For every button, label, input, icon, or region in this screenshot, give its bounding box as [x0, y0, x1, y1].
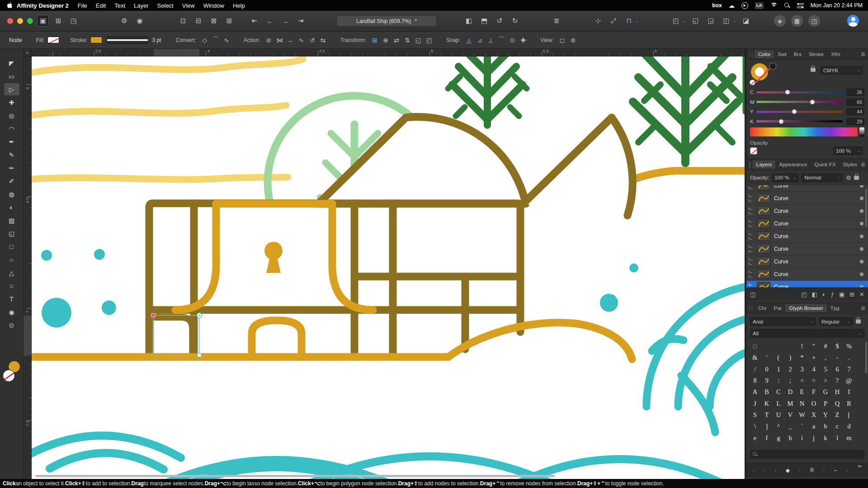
layer-thumbnail[interactable] — [757, 244, 770, 253]
menu-file[interactable]: File — [78, 2, 87, 9]
new-group[interactable]: ⊞ — [849, 291, 854, 298]
transform-icon-6[interactable]: ◰ — [424, 35, 434, 46]
glyph-cell[interactable]: # — [820, 341, 831, 352]
input-source-badge[interactable]: LA — [755, 2, 764, 9]
slider-value-y[interactable]: 44 — [846, 108, 864, 115]
glyph-cell[interactable]: 4 — [808, 364, 820, 375]
glyph-cell[interactable]: 0 — [761, 364, 773, 375]
tab-styles[interactable]: Styles — [840, 160, 861, 169]
recent-glyph-tm[interactable]: ™ — [857, 465, 862, 469]
tab-par[interactable]: Par — [770, 304, 786, 312]
slider-track-c[interactable] — [756, 91, 843, 94]
blend-mode-dropdown[interactable]: Normal⌵ — [802, 174, 843, 182]
slider-knob-k[interactable] — [779, 119, 784, 124]
duplicate[interactable]: ◰ — [670, 15, 682, 27]
snap-icon-2[interactable]: ⊿ — [474, 35, 485, 46]
layer-thumbnail[interactable] — [757, 185, 770, 190]
color-lock-icon[interactable] — [811, 68, 816, 72]
convert-icon-1[interactable]: ◇ — [199, 35, 210, 46]
canvas[interactable] — [32, 56, 745, 479]
snap-icon-4[interactable]: ⌒ — [496, 35, 507, 46]
glyph-cell[interactable]: $ — [831, 341, 843, 352]
action-icon-5[interactable]: ↺ — [307, 35, 317, 46]
layer-thumbnail[interactable] — [757, 269, 770, 279]
place-image-tool[interactable]: ▨ — [4, 214, 19, 226]
menu-layer[interactable]: Layer — [134, 2, 149, 9]
action-icon-2[interactable]: ⋈ — [274, 35, 285, 46]
glyph-filter-dropdown[interactable]: All⌄ — [750, 329, 864, 338]
color-picker-tool[interactable]: ◉ — [4, 306, 19, 318]
rotate-cw[interactable]: ↻ — [509, 15, 521, 27]
tab-chr[interactable]: Chr — [755, 304, 770, 312]
glyph-cell[interactable]: G — [820, 386, 831, 398]
glyph-cell[interactable]: O — [808, 398, 820, 409]
glyph-cell[interactable]: f — [761, 432, 773, 443]
layers-scrollbar[interactable] — [865, 189, 867, 227]
glyph-cell[interactable]: E — [796, 386, 808, 398]
tab-glyph-browser[interactable]: Glyph Browser — [785, 304, 826, 312]
layer-thumbnail[interactable] — [757, 231, 770, 241]
glyph-cell[interactable]: W — [796, 409, 808, 421]
glyph-cell[interactable]: - — [831, 352, 843, 363]
glyph-cell[interactable]: J — [749, 398, 761, 409]
layer-row[interactable]: Curve — [746, 192, 868, 205]
layer-row[interactable]: Curve — [746, 281, 868, 287]
zoom-window-button[interactable] — [27, 18, 33, 24]
glyph-cell[interactable]: ^ — [773, 421, 784, 432]
vector-crop-tool[interactable]: ◱ — [4, 227, 19, 239]
layer-row[interactable]: Curve — [746, 217, 868, 230]
asset-add[interactable]: ◱ — [690, 15, 702, 27]
panel-menu-icon[interactable]: ≣ — [861, 161, 865, 168]
menu-view[interactable]: View — [182, 2, 195, 9]
mask-layer[interactable]: ◧ — [812, 291, 817, 298]
action-icon-4[interactable]: ∿ — [296, 35, 307, 46]
recent-glyph[interactable]: · — [764, 467, 765, 474]
layer-name[interactable]: Curve — [774, 271, 788, 277]
order-to-front[interactable]: ⇥ — [295, 15, 307, 27]
glyph-cell[interactable]: h — [784, 432, 796, 443]
glyph-cell[interactable]: * — [796, 352, 808, 363]
glyph-cell[interactable]: = — [808, 375, 820, 386]
transform-mode[interactable]: ⊹ — [592, 15, 604, 27]
glyph-cell[interactable]: l — [831, 432, 843, 443]
fill-color-well[interactable] — [3, 370, 15, 382]
glyph-cell[interactable]: P — [820, 398, 831, 409]
transform-icon-5[interactable]: ◱ — [413, 35, 424, 46]
glyph-cell[interactable]: . — [843, 352, 855, 363]
tab-quick-fx[interactable]: Quick FX — [811, 160, 839, 169]
glyph-cell[interactable]: j — [808, 432, 820, 443]
tab-appearance[interactable]: Appearance — [775, 160, 811, 169]
menu-help[interactable]: Help — [233, 2, 245, 9]
slider-track-k[interactable] — [756, 120, 843, 122]
glyph-cell[interactable]: I — [843, 386, 855, 398]
glyph-cell[interactable]: 3 — [796, 364, 808, 375]
adjustment-layer[interactable]: ◐ — [822, 291, 826, 298]
layer-row[interactable]: Curve — [746, 255, 868, 268]
order-backward[interactable]: ← — [264, 15, 276, 27]
snapping-magnet-caret[interactable]: ⌄ — [636, 19, 639, 23]
panel-menu-icon[interactable]: ≣ — [861, 305, 865, 311]
star-tool[interactable]: ☆ — [4, 280, 19, 292]
layer-visibility-dot[interactable] — [860, 260, 863, 263]
glyph-cell[interactable]: H — [831, 386, 843, 398]
glyph-cell[interactable]: L — [773, 398, 784, 409]
designer-persona[interactable]: ◈ — [774, 15, 786, 27]
zoom-tool[interactable]: ⊙ — [4, 319, 19, 331]
rotate-ccw[interactable]: ↺ — [494, 15, 505, 27]
glyph-cell[interactable]: T — [761, 409, 773, 421]
glyph-cell[interactable]: ' — [761, 352, 773, 363]
glyph-cell[interactable]: 9 — [761, 375, 773, 386]
glyph-cell[interactable]: a — [808, 421, 820, 432]
layer-row[interactable]: Curve — [746, 185, 868, 192]
glyph-cell[interactable]: 5 — [820, 364, 831, 375]
glyph-cell-empty[interactable] — [784, 341, 796, 352]
spotlight-icon[interactable] — [784, 3, 790, 9]
glyph-cell-empty[interactable] — [761, 341, 773, 352]
transform-icon-1[interactable]: ⊞ — [369, 35, 380, 46]
glyph-cell[interactable]: < — [796, 375, 808, 386]
layer-thumbnail[interactable] — [757, 206, 770, 216]
spectrum-bar[interactable] — [750, 127, 858, 136]
layer-name[interactable]: Curve — [774, 185, 788, 189]
dimensions[interactable]: ⤢ — [608, 15, 619, 27]
snap-icon-5[interactable]: ⊙ — [507, 35, 518, 46]
